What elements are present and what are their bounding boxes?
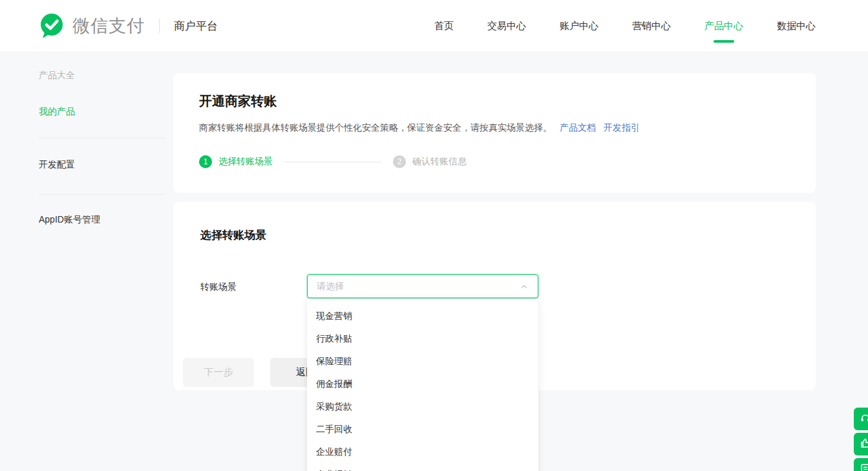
- intro-description: 商家转账将根据具体转账场景提供个性化安全策略，保证资金安全，请按真实场景选择。: [199, 122, 552, 133]
- sidebar-divider: [39, 194, 165, 195]
- nav-item-transaction-center[interactable]: 交易中心: [487, 20, 526, 32]
- dropdown-option-enterprise-compensation[interactable]: 企业赔付: [307, 441, 538, 463]
- step-connector-line: [284, 162, 381, 162]
- headset-icon: [860, 412, 868, 426]
- dropdown-option-insurance-claim[interactable]: 保险理赔: [307, 350, 538, 373]
- select-placeholder: 请选择: [317, 281, 520, 292]
- logo-text: 微信支付: [72, 14, 145, 38]
- intro-card: 开通商家转账 商家转账将根据具体转账场景提供个性化安全策略，保证资金安全，请按真…: [173, 73, 816, 193]
- intro-description-row: 商家转账将根据具体转账场景提供个性化安全策略，保证资金安全，请按真实场景选择。 …: [199, 121, 790, 134]
- nav-item-home[interactable]: 首页: [434, 20, 454, 32]
- step-1-label: 选择转账场景: [218, 156, 273, 168]
- nav-item-product-center[interactable]: 产品中心: [704, 20, 743, 32]
- dropdown-option-secondhand-recycle[interactable]: 二手回收: [307, 418, 538, 441]
- page-title: 开通商家转账: [199, 93, 790, 110]
- top-nav: 首页 交易中心 账户中心 营销中心 产品中心 数据中心: [434, 0, 816, 52]
- dropdown-option-enterprise-reimbursement[interactable]: 企业报销: [307, 463, 538, 471]
- logo-divider: [159, 19, 160, 33]
- customer-service-button[interactable]: [854, 408, 868, 430]
- transfer-scene-label: 转账场景: [200, 281, 237, 293]
- transfer-scene-select[interactable]: 请选择: [307, 274, 538, 298]
- top-header: 微信支付 商户平台 首页 交易中心 账户中心 营销中心 产品中心 数据中心: [0, 0, 868, 52]
- step-2-circle: 2: [393, 155, 406, 168]
- float-toolbar: [854, 408, 868, 471]
- nav-item-marketing-center[interactable]: 营销中心: [632, 20, 671, 32]
- form-section-title: 选择转账场景: [200, 228, 266, 243]
- sidebar: 产品大全 我的产品 开发配置 AppID账号管理: [0, 52, 173, 226]
- dropdown-option-cash-marketing[interactable]: 现金营销: [307, 305, 538, 327]
- chevron-up-icon: [520, 282, 529, 291]
- step-indicator: 1 选择转账场景 2 确认转账信息: [199, 155, 790, 168]
- survey-icon: [860, 463, 868, 471]
- sidebar-divider: [39, 138, 165, 138]
- nav-item-data-center[interactable]: 数据中心: [777, 20, 816, 32]
- transfer-scene-dropdown: 现金营销 行政补贴 保险理赔 佣金报酬 采购货款 二手回收 企业赔付 企业报销: [307, 299, 538, 471]
- feedback-button[interactable]: [854, 433, 868, 455]
- dropdown-option-commission[interactable]: 佣金报酬: [307, 373, 538, 395]
- dropdown-option-admin-subsidy[interactable]: 行政补贴: [307, 327, 538, 350]
- platform-name: 商户平台: [174, 19, 218, 34]
- sidebar-item-appid-management[interactable]: AppID账号管理: [39, 214, 173, 226]
- sidebar-item-my-products[interactable]: 我的产品: [39, 106, 173, 118]
- sidebar-item-dev-config[interactable]: 开发配置: [39, 159, 173, 171]
- brand-logo[interactable]: 微信支付 商户平台: [39, 12, 218, 39]
- product-doc-link[interactable]: 产品文档: [560, 122, 596, 133]
- step-2-label: 确认转账信息: [412, 156, 467, 168]
- next-step-button[interactable]: 下一步: [183, 358, 254, 387]
- nav-item-account-center[interactable]: 账户中心: [560, 20, 598, 32]
- dropdown-option-procurement[interactable]: 采购货款: [307, 395, 538, 418]
- step-1-circle: 1: [199, 155, 212, 168]
- dev-guide-link[interactable]: 开发指引: [604, 122, 640, 133]
- survey-button[interactable]: [854, 458, 868, 471]
- wechat-pay-icon: [39, 12, 65, 39]
- thumbs-up-icon: [860, 437, 868, 452]
- sidebar-group-product-catalog[interactable]: 产品大全: [39, 70, 173, 82]
